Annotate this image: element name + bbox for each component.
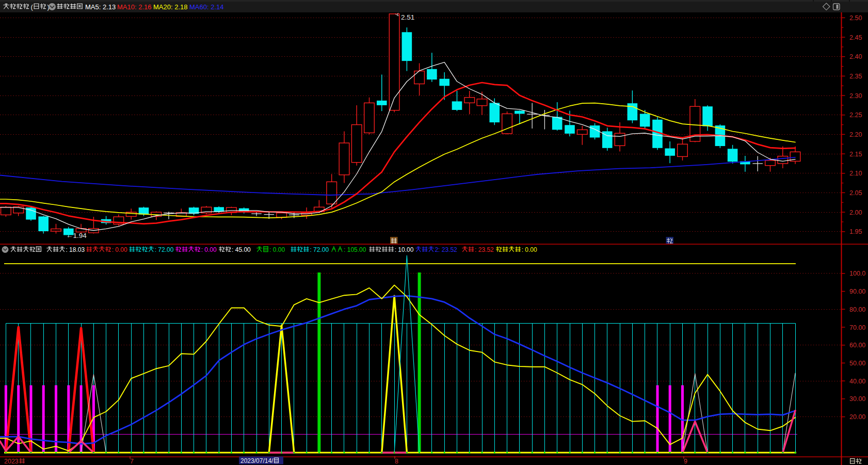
svg-text:2.45: 2.45 bbox=[849, 34, 862, 41]
svg-text:MA5: 2.13: MA5: 2.13 bbox=[85, 3, 116, 11]
svg-text:2.20: 2.20 bbox=[849, 131, 862, 138]
svg-text:2.50: 2.50 bbox=[849, 14, 862, 22]
svg-text:: 0.00: : 0.00 bbox=[201, 246, 217, 253]
svg-text:40.00: 40.00 bbox=[849, 378, 865, 385]
svg-text:: 0.00: : 0.00 bbox=[112, 246, 127, 253]
svg-text:70.00: 70.00 bbox=[849, 324, 865, 331]
svg-text:20.00: 20.00 bbox=[849, 413, 865, 421]
svg-text:50.00: 50.00 bbox=[849, 360, 865, 367]
svg-text:2.40: 2.40 bbox=[849, 53, 862, 60]
svg-text:2.10: 2.10 bbox=[849, 170, 862, 177]
svg-text:7: 7 bbox=[130, 458, 134, 465]
svg-text:2.15: 2.15 bbox=[849, 151, 862, 158]
svg-text:: 0.00: : 0.00 bbox=[522, 246, 537, 253]
svg-text:: 105.00: : 105.00 bbox=[344, 246, 366, 253]
svg-text:30.00: 30.00 bbox=[849, 395, 865, 403]
svg-text:2.00: 2.00 bbox=[849, 209, 862, 216]
svg-text:MA60: 2.14: MA60: 2.14 bbox=[189, 3, 224, 11]
svg-text:: 0.00: : 0.00 bbox=[269, 246, 285, 253]
svg-text:2.25: 2.25 bbox=[849, 111, 862, 119]
svg-text:: 18.03: : 18.03 bbox=[66, 246, 85, 253]
svg-text:: 23.52: : 23.52 bbox=[475, 246, 494, 253]
svg-text:2: 23.52: 2: 23.52 bbox=[435, 246, 457, 253]
svg-text:(: ( bbox=[31, 3, 34, 11]
svg-text:: 72.00: : 72.00 bbox=[310, 246, 329, 253]
svg-text:9: 9 bbox=[684, 458, 687, 465]
svg-text:←1.94: ←1.94 bbox=[66, 232, 87, 239]
svg-text:2.05: 2.05 bbox=[849, 189, 862, 197]
svg-text:: 72.00: : 72.00 bbox=[155, 246, 174, 253]
svg-text:2.35: 2.35 bbox=[849, 73, 862, 80]
svg-text:2.30: 2.30 bbox=[849, 92, 862, 100]
svg-text:90.00: 90.00 bbox=[849, 288, 865, 295]
svg-text:: 10.00: : 10.00 bbox=[395, 246, 414, 253]
svg-text:2023: 2023 bbox=[4, 458, 19, 465]
svg-text:2.51: 2.51 bbox=[401, 13, 414, 21]
svg-text:8: 8 bbox=[395, 458, 398, 465]
svg-text:: 45.00: : 45.00 bbox=[232, 246, 251, 253]
svg-text:100.0: 100.0 bbox=[849, 270, 865, 277]
svg-text:1.95: 1.95 bbox=[849, 228, 862, 235]
svg-text:60.00: 60.00 bbox=[849, 342, 865, 349]
svg-text:MA10: 2.16: MA10: 2.16 bbox=[117, 3, 152, 11]
svg-text:MA20: 2.18: MA20: 2.18 bbox=[153, 3, 188, 11]
svg-text:80.00: 80.00 bbox=[849, 306, 865, 313]
svg-text:2023/07/14/: 2023/07/14/ bbox=[240, 457, 274, 464]
